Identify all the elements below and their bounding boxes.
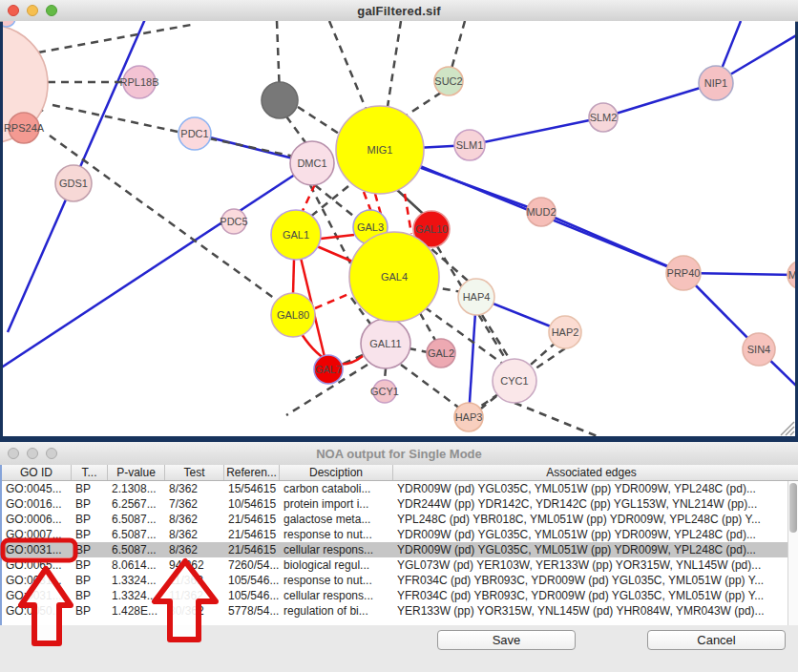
table-row[interactable]: GO:0006...BP6.5087...8/36221/54615galact… — [2, 512, 798, 527]
node-label: GCY1 — [370, 386, 399, 397]
column-header-description[interactable]: Desciption — [280, 465, 393, 480]
network-titlebar[interactable]: galFiltered.sif — [0, 0, 798, 22]
table-cell-test: 94/362 — [165, 557, 224, 573]
table-cell-edges: YER133W (pp) YOR315W, YNL145W (pd) YHR08… — [393, 603, 789, 619]
table-cell-test: 8/362 — [165, 512, 224, 527]
table-row[interactable]: GO:0050...BP1.428E...80/3625778/54...reg… — [2, 603, 798, 619]
edge-pd — [401, 365, 460, 409]
table-cell-type: BP — [72, 603, 108, 619]
table-row[interactable]: GO:0007...BP6.5087...8/36221/54615respon… — [2, 527, 798, 542]
column-header-goid[interactable]: GO ID — [2, 465, 72, 480]
node-label: GAL2 — [428, 347, 454, 359]
noa-window: NOA output for Single Mode GO IDT...P-va… — [0, 442, 798, 672]
edge-pd — [309, 186, 348, 218]
table-cell-edges: YDR009W (pd) YGL035C, YML051W (pp) YDR00… — [393, 542, 789, 557]
minimize-icon[interactable] — [27, 5, 38, 16]
table-cell-description: galactose meta... — [280, 512, 393, 527]
node-label: GAL1 — [283, 229, 309, 241]
column-header-reference[interactable]: Referen... — [224, 465, 280, 480]
node-label: SLM2 — [590, 112, 618, 123]
save-button[interactable]: Save — [437, 630, 576, 650]
table-row[interactable]: GO:0031...BP6.5087...8/36221/54615cellul… — [2, 542, 798, 557]
table-row[interactable]: GO:0065...BP8.0614...94/3627260/54...bio… — [2, 557, 798, 573]
node-label: SUC2 — [434, 75, 462, 87]
column-header-pvalue[interactable]: P-value — [108, 465, 165, 480]
table-cell-description: response to nut... — [280, 573, 393, 588]
node-gray-node[interactable] — [262, 82, 298, 118]
table-row[interactable]: GO:0031...BP1.3324...11/362105/546...cel… — [2, 588, 798, 603]
edge-pd — [329, 21, 368, 113]
table-cell-type: BP — [72, 481, 108, 496]
table-cell-type: BP — [72, 588, 108, 603]
table-cell-reference: 7260/54... — [224, 557, 280, 573]
column-header-test[interactable]: Test — [165, 465, 224, 480]
network-canvas[interactable]: RPL18BRPS24AGDS1PDC1PDC5DMC1MIG1SUC2SLM1… — [3, 21, 795, 436]
table-cell-description: response to nut... — [280, 527, 393, 542]
node-label: SIN4 — [747, 344, 770, 355]
table-cell-description: cellular respons... — [280, 588, 393, 603]
table-cell-type: BP — [72, 573, 108, 588]
edge-pd — [38, 25, 191, 52]
table-row[interactable]: GO:0045...BP2.1308...8/36215/54615carbon… — [2, 481, 798, 496]
node-label: GAL3 — [357, 221, 384, 233]
minimize-icon[interactable] — [27, 448, 38, 459]
zoom-icon[interactable] — [46, 5, 57, 16]
edge-pd — [531, 342, 556, 365]
table-cell-type: BP — [72, 557, 108, 573]
edge-pd — [409, 348, 428, 352]
network-canvas-area[interactable]: RPL18BRPS24AGDS1PDC1PDC5DMC1MIG1SUC2SLM1… — [3, 21, 795, 436]
table-header: GO IDT...P-valueTestReferen...Desciption… — [2, 465, 798, 481]
table-cell-type: BP — [72, 542, 108, 557]
edge-red — [317, 246, 357, 263]
column-header-edges[interactable]: Associated edges — [393, 465, 789, 480]
table-cell-reference: 21/54615 — [224, 512, 280, 527]
edge-pd — [481, 396, 496, 409]
table-cell-test: 11/362 — [165, 588, 224, 603]
noa-titlebar[interactable]: NOA output for Single Mode — [0, 442, 798, 466]
edge-pd — [514, 403, 599, 436]
table-cell-type: BP — [72, 496, 108, 512]
table-cell-reference: 15/54615 — [224, 481, 280, 496]
node-label: HAP4 — [463, 291, 491, 303]
table-row[interactable]: GO:0016...BP6.2567...7/36210/54615protei… — [2, 496, 798, 512]
table-cell-pvalue: 6.5087... — [108, 512, 165, 527]
edge-red — [293, 260, 294, 294]
results-table: GO IDT...P-valueTestReferen...Desciption… — [0, 465, 798, 625]
node-label: GAL7 — [315, 364, 342, 375]
close-icon[interactable] — [8, 448, 19, 459]
edge-reddash — [302, 184, 315, 213]
table-cell-edges: YFR034C (pd) YBR093C, YDR009W (pd) YGL03… — [393, 573, 789, 588]
table-cell-pvalue: 1.428E... — [108, 603, 165, 619]
table-cell-reference: 21/54615 — [224, 542, 280, 557]
table-row[interactable]: GO:0031...BP1.3324...11/362105/546...res… — [2, 573, 798, 588]
node-label: MSL1 — [788, 269, 795, 281]
edge-pd — [452, 21, 465, 69]
resize-grip[interactable] — [781, 422, 794, 435]
edge-pd — [388, 21, 401, 107]
window-title: galFiltered.sif — [0, 4, 798, 18]
node-label: GAL11 — [369, 338, 401, 349]
edge-pp — [470, 117, 603, 145]
table-cell-reference: 105/546... — [224, 573, 280, 588]
column-header-type[interactable]: T... — [72, 465, 108, 480]
edge-reddash — [315, 292, 353, 308]
node-label: MUD2 — [526, 206, 556, 218]
close-icon[interactable] — [8, 5, 19, 16]
zoom-icon[interactable] — [46, 448, 57, 459]
table-cell-edges: YPL248C (pd) YBR018C, YML051W (pp) YDR00… — [393, 512, 789, 527]
node-label: GAL10 — [415, 223, 448, 235]
table-cell-description: carbon cataboli... — [280, 481, 393, 496]
table-cell-reference: 5778/54... — [224, 603, 280, 619]
scrollbar-thumb[interactable] — [789, 483, 797, 533]
table-cell-test: 7/362 — [165, 496, 224, 512]
table-cell-description: regulation of bi... — [280, 603, 393, 619]
node-corner[interactable] — [3, 21, 15, 27]
node-label: PRP40 — [667, 267, 701, 279]
edge-pd — [482, 315, 511, 361]
node-label: DMC1 — [297, 158, 326, 169]
node-label: GAL4 — [381, 271, 408, 283]
table-cell-test: 11/362 — [165, 573, 224, 588]
cancel-button[interactable]: Cancel — [647, 630, 786, 650]
table-scrollbar[interactable] — [788, 481, 798, 625]
table-cell-test: 8/362 — [165, 527, 224, 542]
